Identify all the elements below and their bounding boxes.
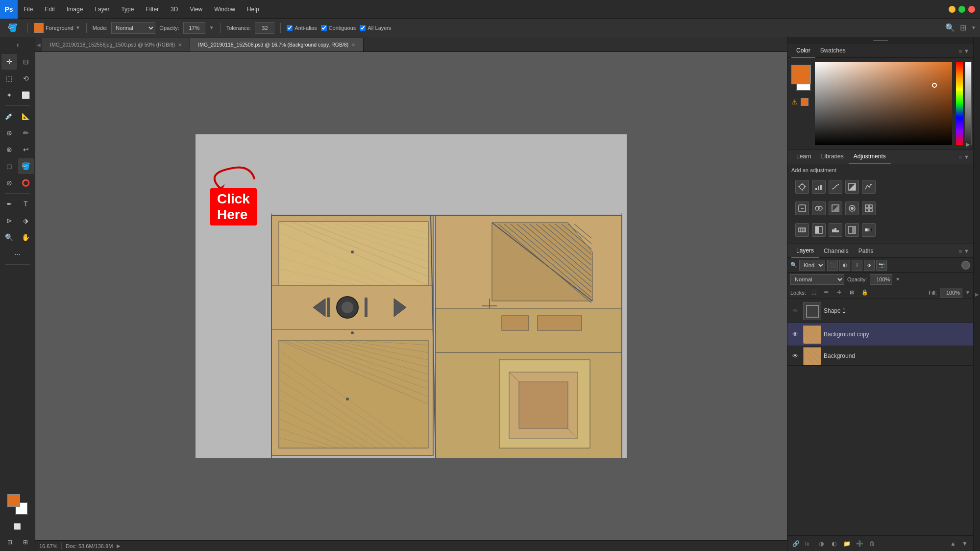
menu-item-file[interactable]: File: [18, 0, 39, 18]
menu-item-3d[interactable]: 3D: [165, 0, 184, 18]
canvas-viewport[interactable]: Click Here: [35, 52, 787, 540]
artboard-tool[interactable]: ⊡: [18, 54, 34, 70]
quick-mask-btn[interactable]: ⬜: [11, 520, 24, 533]
menu-item-filter[interactable]: Filter: [140, 0, 165, 18]
layers-scroll-up[interactable]: ▲: [948, 538, 958, 549]
layers-panel-menu[interactable]: ≡: [959, 248, 962, 254]
menu-item-help[interactable]: Help: [241, 0, 265, 18]
quick-select-tool[interactable]: ✦: [1, 87, 17, 103]
layer-item-bgcopy[interactable]: 👁 Background copy: [787, 323, 973, 346]
color-hue-bar[interactable]: [956, 62, 963, 145]
layer-eye-bgcopy[interactable]: 👁: [790, 331, 800, 338]
tab-1[interactable]: IMG_20190118_152556jpg_1500.psd @ 50% (R…: [42, 38, 190, 51]
layer-new-btn[interactable]: ➕: [854, 538, 865, 549]
fullscreen-btn[interactable]: ⊞: [19, 535, 32, 549]
menu-item-view[interactable]: View: [184, 0, 208, 18]
shape-tool[interactable]: ⬗: [18, 213, 34, 228]
color-panel-collapse[interactable]: ▼: [964, 48, 969, 54]
layers-main-tab[interactable]: Layers: [791, 244, 819, 258]
lasso-tool[interactable]: ⟲: [18, 71, 34, 86]
lock-artboard-btn[interactable]: ⊠: [847, 288, 857, 298]
layer-adj-btn[interactable]: ◐: [829, 538, 839, 549]
blend-mode-select[interactable]: Normal: [790, 274, 844, 285]
ruler-tool[interactable]: 📐: [18, 108, 34, 124]
brightness-adj[interactable]: [795, 180, 809, 194]
eraser-tool[interactable]: ◻: [1, 158, 17, 174]
libraries-tab[interactable]: Libraries: [816, 150, 849, 164]
layer-eye-shape1[interactable]: 👁: [790, 307, 800, 314]
hsl-adj[interactable]: [795, 201, 809, 215]
learn-tab[interactable]: Learn: [791, 150, 816, 164]
brush-tool[interactable]: ✏: [18, 125, 34, 141]
warning-color-box[interactable]: [801, 98, 808, 106]
fill-dropdown-arrow[interactable]: ▼: [965, 290, 970, 295]
exposure-adj[interactable]: [845, 180, 859, 194]
right-panel-top-bar[interactable]: [787, 37, 973, 44]
healing-tool[interactable]: ⊕: [1, 125, 17, 141]
pen-tool[interactable]: ✒: [1, 196, 17, 212]
move-tool[interactable]: ✛: [1, 54, 17, 70]
layer-fx-btn[interactable]: fx: [803, 538, 814, 549]
mode-select[interactable]: Normal: [111, 22, 155, 34]
filter-toggle-btn[interactable]: [961, 261, 970, 270]
layer-link-btn[interactable]: 🔗: [790, 538, 801, 549]
invert-adj[interactable]: [812, 223, 826, 237]
lock-position-btn[interactable]: ✛: [834, 288, 844, 298]
clone-stamp-tool[interactable]: ⊗: [1, 142, 17, 157]
color-fg-swatch[interactable]: [791, 65, 811, 84]
search-icon[interactable]: 🔍: [945, 23, 955, 32]
channels-tab[interactable]: Channels: [819, 244, 854, 258]
filter-search-icon[interactable]: 🔍: [790, 262, 797, 268]
maximize-btn[interactable]: [958, 6, 965, 13]
panels-collapse-left[interactable]: ◀: [35, 38, 42, 51]
posterize-adj[interactable]: [829, 223, 842, 237]
foreground-color-swatch-toolbar[interactable]: [7, 494, 20, 507]
status-expand-arrow[interactable]: ▶: [117, 543, 121, 549]
crop-tool[interactable]: ⬜: [18, 87, 34, 103]
adj-panel-menu[interactable]: ≡: [959, 154, 962, 160]
photofilter-adj[interactable]: [845, 201, 859, 215]
more-tools[interactable]: ···: [10, 246, 25, 262]
layer-mask-btn[interactable]: ◑: [816, 538, 827, 549]
adj-panel-collapse[interactable]: ▼: [964, 154, 969, 160]
eyedropper-tool[interactable]: 💉: [1, 108, 17, 124]
levels-adj[interactable]: [812, 180, 826, 194]
layer-item-bg[interactable]: 👁 Background: [787, 346, 973, 366]
contiguous-checkbox[interactable]: [321, 25, 327, 31]
adjustments-tab[interactable]: Adjustments: [849, 150, 891, 164]
screen-mode-btn[interactable]: ⊡: [3, 535, 17, 549]
opacity-arrow[interactable]: ▼: [209, 25, 214, 30]
channelmixer-adj[interactable]: [862, 201, 876, 215]
color-expand-arrow[interactable]: ▶: [966, 142, 970, 147]
paths-tab[interactable]: Paths: [854, 244, 879, 258]
opacity-dropdown-arrow[interactable]: ▼: [895, 276, 900, 282]
menu-item-image[interactable]: Image: [61, 0, 89, 18]
bw-adj[interactable]: [829, 201, 842, 215]
filter-pixel-icon[interactable]: ⬛: [827, 260, 838, 271]
menu-item-layer[interactable]: Layer: [89, 0, 115, 18]
layers-kind-select[interactable]: Kind: [799, 260, 825, 271]
filter-adjust-icon[interactable]: ◐: [839, 260, 850, 271]
filter-smart-icon[interactable]: 📷: [876, 260, 887, 271]
minimize-btn[interactable]: [949, 6, 956, 13]
menu-item-type[interactable]: Type: [115, 0, 140, 18]
fill-value-input[interactable]: [940, 288, 962, 298]
dodge-tool[interactable]: ⭕: [18, 175, 34, 191]
curves-adj[interactable]: [829, 180, 842, 194]
zoom-tool[interactable]: 🔍: [1, 229, 17, 245]
opacity-input[interactable]: [183, 22, 205, 34]
layer-delete-btn[interactable]: 🗑: [867, 538, 878, 549]
type-tool[interactable]: T: [18, 196, 34, 212]
layer-item-shape1[interactable]: 👁 Shape 1: [787, 299, 973, 323]
tab-1-close[interactable]: ✕: [178, 42, 182, 48]
colorbalance-adj[interactable]: [812, 201, 826, 215]
layers-scroll-down[interactable]: ▼: [959, 538, 970, 549]
all-layers-checkbox[interactable]: [360, 25, 366, 31]
color-panel-menu[interactable]: ≡: [959, 48, 962, 54]
panel-toggle-icon[interactable]: ⊞: [960, 23, 966, 32]
lock-transparent-btn[interactable]: ⬚: [809, 288, 819, 298]
history-brush-tool[interactable]: ↩: [18, 142, 34, 157]
workspace-arrow[interactable]: ▼: [971, 25, 976, 30]
path-select-tool[interactable]: ⊳: [1, 213, 17, 228]
vibrance-adj[interactable]: [862, 180, 876, 194]
